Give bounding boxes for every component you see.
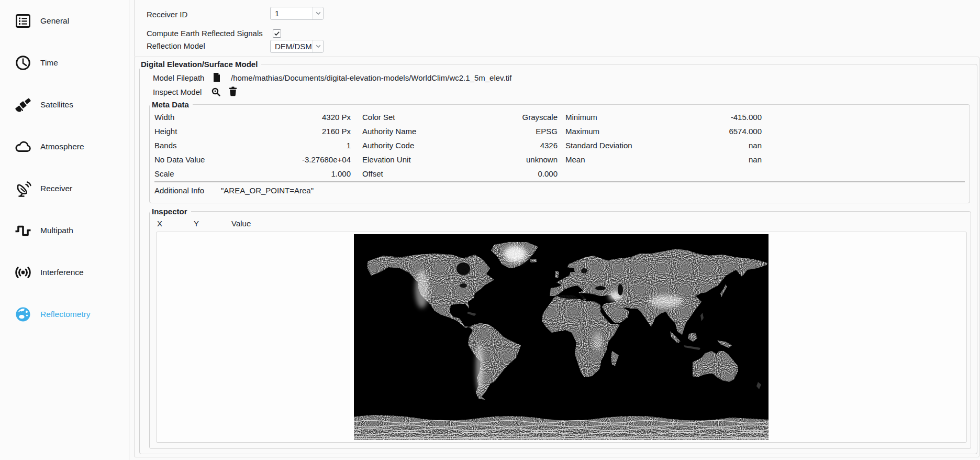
- model-filepath-label: Model Filepath: [153, 73, 204, 82]
- chevron-down-icon: [316, 45, 321, 48]
- meta-value: Grayscale: [483, 113, 558, 122]
- sidebar-item-atmosphere[interactable]: Atmosphere: [0, 135, 129, 158]
- reflection-model-combobox[interactable]: DEM/DSM: [270, 40, 324, 53]
- meta-value: 1.000: [293, 169, 351, 178]
- meta-value: 4326: [483, 141, 558, 150]
- dem-group-title: Digital Elevation/Surface Model: [139, 60, 261, 69]
- meta-value: 0.000: [483, 169, 558, 178]
- additional-info-label: Additional Info: [154, 186, 204, 195]
- delete-button[interactable]: [228, 86, 237, 96]
- application-window: { "window": { "background": "#fafafa", "…: [0, 0, 980, 460]
- sidebar-item-interference[interactable]: Interference: [0, 261, 129, 284]
- clock-icon: [14, 53, 32, 72]
- meta-value: -415.000: [691, 113, 762, 122]
- sidebar: General Time Satellites Atmosphere: [0, 0, 129, 460]
- radio-signal-icon: [14, 263, 32, 282]
- cloud-icon: [14, 137, 32, 156]
- inspect-button[interactable]: [211, 87, 220, 96]
- compute-earth-reflected-label: Compute Earth Reflected Signals: [147, 29, 263, 38]
- metadata-column-2: Color SetGrayscale Authority NameEPSG Au…: [362, 110, 558, 181]
- document-icon: [213, 73, 220, 82]
- meta-value: -3.27680e+04: [293, 155, 351, 164]
- receiver-id-dropdown-button[interactable]: [313, 7, 323, 19]
- chevron-down-icon: [316, 12, 321, 15]
- globe-icon: [14, 305, 32, 324]
- meta-label: Maximum: [565, 127, 691, 136]
- sidebar-item-multipath[interactable]: Multipath: [0, 219, 129, 242]
- inspector-value-header: Value: [231, 219, 251, 228]
- sidebar-item-time[interactable]: Time: [0, 51, 129, 74]
- reflection-model-label: Reflection Model: [147, 41, 205, 50]
- additional-info-value: "AREA_OR_POINT=Area": [221, 186, 314, 195]
- sidebar-item-label: Interference: [40, 268, 84, 277]
- metadata-divider: [154, 181, 965, 182]
- reflection-model-dropdown-button[interactable]: [313, 40, 323, 52]
- inspector-x-header: X: [157, 219, 162, 228]
- meta-label: Minimum: [565, 113, 691, 122]
- receiver-id-label: Receiver ID: [147, 10, 187, 19]
- meta-value: unknown: [483, 155, 558, 164]
- meta-label: Color Set: [362, 113, 483, 122]
- receiver-id-value: 1: [271, 9, 313, 18]
- meta-value: 2160 Px: [293, 127, 351, 136]
- meta-label: Offset: [362, 169, 483, 178]
- meta-label: Width: [154, 113, 293, 122]
- sidebar-item-label: Time: [40, 58, 58, 68]
- meta-label: No Data Value: [154, 155, 293, 164]
- elevation-map-preview[interactable]: [354, 234, 769, 440]
- meta-value: 4320 Px: [293, 113, 351, 122]
- inspector-group-title: Inspector: [150, 207, 191, 216]
- satellite-icon: [14, 95, 32, 114]
- meta-value: 1: [293, 141, 351, 150]
- meta-label: Elevation Unit: [362, 155, 483, 164]
- sidebar-item-label: Receiver: [40, 184, 72, 193]
- dish-antenna-icon: [14, 179, 32, 198]
- meta-value: nan: [691, 141, 762, 150]
- file-button[interactable]: [213, 72, 221, 82]
- trash-icon: [229, 86, 237, 96]
- inspector-y-header: Y: [194, 219, 199, 228]
- world-elevation-map: [354, 234, 769, 440]
- sidebar-item-label: Atmosphere: [40, 142, 84, 151]
- meta-label: Scale: [154, 169, 293, 178]
- compute-earth-reflected-checkbox[interactable]: [273, 29, 281, 38]
- meta-label: Mean: [565, 155, 691, 164]
- meta-value: nan: [691, 155, 762, 164]
- sidebar-item-label: Satellites: [40, 100, 73, 109]
- square-wave-icon: [14, 221, 32, 240]
- meta-label: Authority Name: [362, 127, 483, 136]
- metadata-column-3: Minimum-415.000 Maximum6574.000 Standard…: [565, 110, 762, 167]
- sidebar-item-satellites[interactable]: Satellites: [0, 93, 129, 116]
- meta-value: 6574.000: [691, 127, 762, 136]
- inspect-model-label: Inspect Model: [153, 87, 202, 96]
- list-form-icon: [14, 12, 32, 30]
- sidebar-item-label: Reflectometry: [40, 310, 91, 319]
- sidebar-item-label: Multipath: [40, 226, 73, 235]
- checkmark-icon: [274, 30, 280, 37]
- meta-value: EPSG: [483, 127, 558, 136]
- reflection-model-value: DEM/DSM: [271, 42, 313, 51]
- model-filepath-value: /home/mathias/Documents/digital-elevatio…: [231, 73, 511, 82]
- metadata-group-title: Meta Data: [150, 100, 193, 109]
- meta-label: Authority Code: [362, 141, 483, 150]
- sidebar-item-receiver[interactable]: Receiver: [0, 177, 129, 200]
- sidebar-item-general[interactable]: General: [0, 9, 129, 32]
- metadata-column-1: Width4320 Px Height2160 Px Bands1 No Dat…: [154, 110, 351, 181]
- magnifier-icon: [211, 87, 220, 96]
- meta-label: Height: [154, 127, 293, 136]
- antarctica-edge-band: [354, 439, 769, 440]
- sidebar-item-reflectometry[interactable]: Reflectometry: [0, 303, 129, 326]
- sidebar-item-label: General: [40, 16, 69, 26]
- content-frame-upper-border: [134, 0, 135, 57]
- meta-label: Standard Deviation: [565, 141, 691, 150]
- receiver-id-combobox[interactable]: 1: [270, 7, 324, 20]
- meta-label: Bands: [154, 141, 293, 150]
